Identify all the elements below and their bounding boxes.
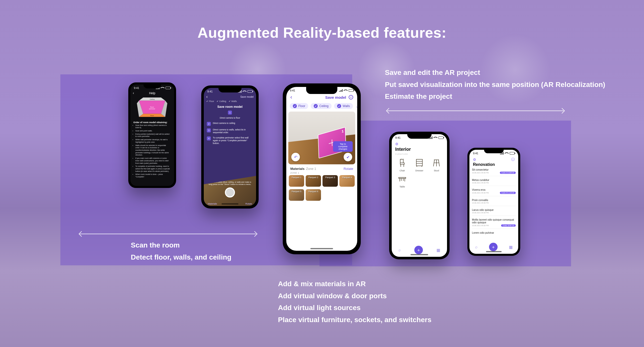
features-top-right: Save and edit the AR project Put saved v… (385, 67, 605, 103)
features-bottom-center: Add & mix materials in AR Add virtual wi… (278, 278, 431, 326)
renovation-list: Sit consectetur 10.08.2021 05:00 PMCosts… (469, 167, 518, 238)
add-button[interactable]: ＋ (414, 246, 423, 254)
furniture-item[interactable]: Dresser (411, 157, 428, 172)
list-item[interactable]: Viverra eros 10.08.2021 05:00 PMCosts: $… (472, 188, 516, 196)
phone-renovation: 9:41 ⚙ ⓘ Renovation Sit consectetur 10.0… (467, 148, 520, 256)
svg-text:Room: Room (150, 106, 154, 108)
tab-floor[interactable]: Floor (206, 100, 214, 103)
list-item[interactable]: Lorem odio pulvinar (472, 231, 516, 236)
back-icon[interactable]: ‹ (133, 91, 134, 95)
cost-badge: Costs: $ 1,126.00 (500, 192, 516, 194)
svg-line-15 (433, 160, 434, 166)
feature-item: Add & mix materials in AR (278, 278, 431, 290)
dresser-icon (411, 157, 428, 169)
material-tile[interactable]: Parquet 4 (339, 175, 355, 187)
bottom-nav: ⌕ ＋ ▦ (469, 243, 518, 251)
back-icon[interactable]: ‹ (206, 94, 208, 99)
selection-tip[interactable]: Tap to complete changes (333, 141, 353, 152)
feature-item: Place virtual furniture, sockets, and sw… (278, 314, 431, 326)
status-time: 9:41 (290, 89, 295, 92)
room-diagram: Ceiling Room perimeter Floor (136, 97, 168, 119)
list-item[interactable]: Sit consectetur 10.08.2021 05:00 PMCosts… (472, 168, 516, 176)
layers-icon[interactable]: ▦ (509, 245, 513, 250)
help-bullet: When room model is done – press "Complet… (135, 173, 171, 178)
table-icon (394, 173, 411, 185)
chip-walls[interactable]: ✔Walls (334, 103, 353, 109)
camera-plane: Direct at a plane (floor, ceiling, or wa… (204, 176, 256, 206)
furniture-item[interactable]: Stool (428, 157, 445, 172)
help-bullet: Scan floor and ceiling (direct camera to… (135, 124, 171, 129)
tab-walls[interactable]: Walls (229, 100, 237, 103)
selection-index: 1 (341, 129, 343, 133)
info-icon[interactable]: i (349, 95, 353, 100)
chip-ceiling[interactable]: ✔Ceiling (311, 103, 332, 109)
list-item[interactable]: Proin convallis 10.08.2021 05:00 PM (472, 199, 516, 206)
undo-button[interactable]: ↶ (291, 153, 300, 161)
save-model-link[interactable]: Save model (240, 95, 254, 98)
list-item[interactable]: Mollis laoreet odio quisque consequat od… (472, 218, 516, 229)
zone-header: ZONE 1 (286, 171, 357, 174)
materials-link[interactable]: Materials (208, 203, 217, 205)
help-bullet: Walls should be selected in sequential o… (135, 144, 171, 157)
phone-materials: 9:41 ‹ Save model i ✔Floor ✔Ceiling ✔Wal… (283, 83, 361, 254)
save-model-link[interactable]: Save model (325, 95, 346, 100)
status-time: 9:41 (134, 86, 139, 89)
shoot-button[interactable] (225, 187, 235, 197)
step-text: To complete perimeter select first wall … (213, 136, 253, 145)
help-list: Scan floor and ceiling (direct camera to… (130, 124, 174, 181)
furniture-item[interactable]: Chair (394, 157, 411, 172)
gear-icon[interactable]: ⚙ (473, 158, 476, 162)
step-text: Direct camera to floor (220, 117, 240, 119)
stool-icon (428, 157, 445, 169)
svg-text:Floor: Floor (150, 115, 154, 116)
step-text: Direct camera to walls, select its in se… (213, 128, 253, 134)
shoot-hint: Direct at a plane (floor, ceiling, or wa… (204, 181, 256, 185)
rotate-link[interactable]: Rotate (245, 203, 252, 205)
help-bullet: To complete of perimeter building, need … (135, 165, 171, 172)
ar-viewport[interactable]: 1 Tap to complete changes ↶ ✔ (288, 112, 355, 164)
gear-icon[interactable]: ⚙ (395, 142, 398, 146)
cost-badge: Costs: $ 2,689.00 (500, 172, 516, 174)
feature-item: Estimate the project (385, 90, 605, 103)
feature-item: Add virtual light sources (278, 302, 431, 314)
renovation-title: Renovation (469, 162, 518, 167)
bottom-nav: ⌕ ＋ ▦ (392, 246, 447, 254)
feature-item: Add virtual window & door ports (278, 290, 431, 302)
rotate-link[interactable]: Rotate (344, 167, 353, 171)
back-icon[interactable]: ‹ (290, 94, 292, 101)
search-icon[interactable]: ⌕ (475, 245, 478, 249)
surface-tabs: Floor Ceiling Walls (204, 100, 256, 104)
furniture-item[interactable]: Table (394, 173, 411, 188)
status-time: 9:41 (395, 136, 400, 139)
add-button[interactable]: ＋ (489, 243, 498, 251)
material-tile[interactable]: Parquet 5 (289, 189, 304, 201)
status-time: 9:41 (473, 152, 478, 155)
phone-help: 9:41 ‹ Help Ceiling Room perimeter Floor (128, 82, 176, 188)
tab-ceiling[interactable]: Ceiling (217, 100, 226, 103)
material-tile[interactable]: Parquet 1 (289, 175, 304, 187)
chevron-down-icon[interactable]: ⌄ (355, 104, 357, 109)
materials-label: MaterialsZone 1 (290, 167, 316, 171)
feature-item: Detect floor, walls, and ceiling (131, 251, 231, 263)
cost-badge: Costs: $ 987.00 (501, 224, 516, 227)
chip-floor[interactable]: ✔Floor (290, 103, 308, 109)
save-title: Save room model (204, 105, 256, 109)
feature-item: Put saved visualization into the same po… (385, 79, 605, 91)
svg-rect-9 (416, 159, 422, 166)
material-tile[interactable]: Parquet 2 (306, 175, 321, 187)
help-title: Help (149, 91, 155, 95)
stage: Augmented Reality-based features: Save a… (0, 0, 644, 347)
phone-interior: 9:41 ⚙ Interior FURNITURE Chair Dresser … (389, 132, 450, 259)
material-tile[interactable]: Parquet 3 (323, 175, 338, 187)
layers-icon[interactable]: ▦ (436, 248, 440, 253)
help-bullet: Every pointed (selected) wall will be ad… (135, 133, 171, 138)
arrow-top (387, 111, 564, 111)
help-bullet: Scan and point walls. (135, 130, 171, 132)
info-icon[interactable]: ⓘ (511, 157, 515, 162)
help-bullet: If you scan room with columns or some in… (135, 157, 171, 164)
list-item[interactable]: Metus curabitur 10.08.2021 05:00 PM (472, 179, 516, 186)
list-item[interactable]: Lacus odio quisque 10.08.2021 05:00 PM (472, 209, 516, 216)
material-tile[interactable]: Parquet 6 (306, 189, 321, 201)
confirm-button[interactable]: ✔ (344, 153, 352, 161)
search-icon[interactable]: ⌕ (398, 248, 401, 252)
